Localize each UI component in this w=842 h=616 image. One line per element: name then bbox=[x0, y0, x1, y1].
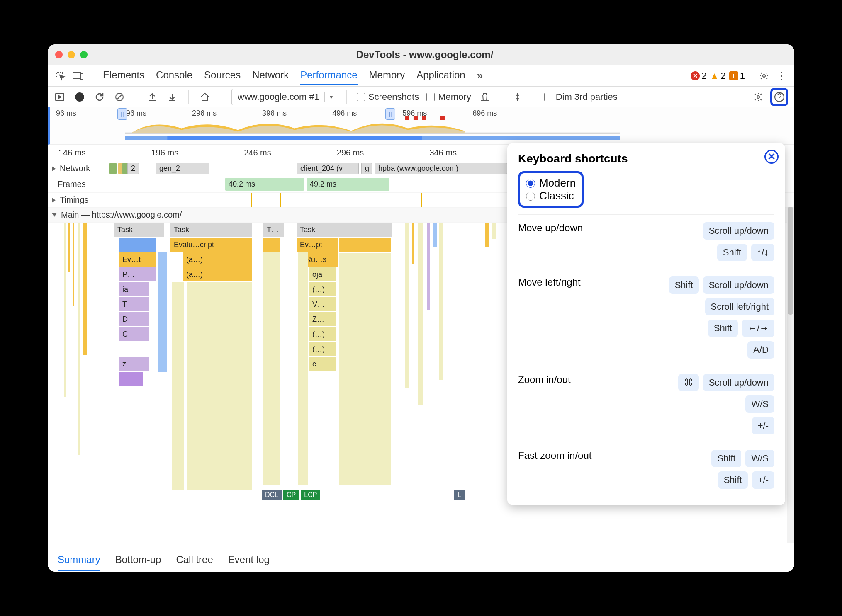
dim-3rd-parties-checkbox[interactable]: Dim 3rd parties bbox=[544, 92, 618, 102]
network-bar[interactable]: 2 bbox=[127, 163, 139, 174]
flame-cell[interactable]: oja bbox=[309, 267, 336, 281]
timings-track-label[interactable]: Timings bbox=[48, 193, 106, 207]
flame-cell[interactable]: (…) bbox=[309, 342, 336, 356]
inspect-icon[interactable] bbox=[54, 69, 68, 83]
flame-cell[interactable]: T… bbox=[263, 223, 284, 237]
tab-application[interactable]: Application bbox=[416, 69, 465, 82]
memory-checkbox[interactable]: Memory bbox=[426, 92, 471, 102]
flame-cell[interactable] bbox=[158, 252, 167, 372]
error-count[interactable]: ✕2 bbox=[691, 70, 706, 81]
flame-cell[interactable] bbox=[263, 252, 280, 485]
radio-modern[interactable]: Modern bbox=[526, 177, 576, 189]
help-icon[interactable] bbox=[773, 91, 786, 103]
panel-settings-icon[interactable] bbox=[752, 91, 764, 103]
frame-bar[interactable]: 49.2 ms bbox=[307, 178, 389, 191]
flame-cell[interactable]: ia bbox=[119, 282, 149, 296]
screenshots-checkbox[interactable]: Screenshots bbox=[357, 92, 419, 102]
radio-classic-label: Classic bbox=[539, 189, 574, 202]
network-bar[interactable]: g bbox=[361, 163, 372, 174]
flame-cell[interactable]: z bbox=[119, 357, 149, 371]
collapse-icon[interactable] bbox=[511, 91, 524, 103]
key-chip: Shift bbox=[669, 276, 699, 294]
close-icon[interactable]: ✕ bbox=[764, 150, 779, 164]
btab-summary[interactable]: Summary bbox=[58, 554, 100, 565]
window-title: DevTools - www.google.com/ bbox=[88, 49, 762, 61]
gc-icon[interactable] bbox=[479, 91, 491, 103]
shortcut-keys: Scroll up/downShift↑/↓ bbox=[703, 222, 774, 261]
flame-cell[interactable] bbox=[263, 238, 280, 252]
key-chip: Shift bbox=[718, 471, 748, 489]
flame-cell[interactable]: c bbox=[309, 357, 336, 371]
flame-cell[interactable]: C bbox=[119, 327, 149, 341]
network-bar[interactable]: hpba (www.google.com) bbox=[375, 163, 507, 174]
timeline-overview[interactable]: 96 ms 196 ms 296 ms 396 ms 496 ms 596 ms… bbox=[48, 107, 794, 145]
tab-network[interactable]: Network bbox=[252, 69, 289, 82]
flame-cell[interactable]: V… bbox=[309, 297, 336, 311]
network-track-label[interactable]: Network bbox=[48, 161, 106, 176]
load-marker[interactable]: L bbox=[454, 490, 465, 500]
flame-cell[interactable]: Ev…t bbox=[119, 252, 156, 267]
btab-bottomup[interactable]: Bottom-up bbox=[115, 554, 161, 565]
record-button[interactable] bbox=[73, 91, 86, 103]
clear-icon[interactable] bbox=[113, 91, 126, 103]
flame-cell[interactable]: T bbox=[119, 297, 149, 311]
flame-cell[interactable] bbox=[119, 372, 143, 386]
download-icon[interactable] bbox=[166, 91, 178, 103]
home-icon[interactable] bbox=[199, 91, 211, 103]
settings-icon[interactable] bbox=[757, 69, 771, 83]
ruler-tick: 196 ms bbox=[151, 148, 179, 158]
frames-track-label[interactable]: Frames bbox=[48, 176, 106, 192]
issue-count[interactable]: !1 bbox=[729, 70, 745, 81]
tab-performance[interactable]: Performance bbox=[300, 69, 357, 85]
key-chip: +/- bbox=[752, 417, 774, 434]
frames-label-text: Frames bbox=[58, 179, 86, 189]
ruler-tick: 146 ms bbox=[58, 148, 86, 158]
btab-calltree[interactable]: Call tree bbox=[176, 554, 213, 565]
toggle-drawer-icon[interactable] bbox=[54, 91, 66, 103]
flame-cell[interactable]: D bbox=[119, 312, 149, 326]
shortcut-keys: ShiftW/SShift+/- bbox=[711, 450, 774, 489]
tab-elements[interactable]: Elements bbox=[103, 69, 144, 82]
close-icon[interactable] bbox=[55, 51, 63, 58]
upload-icon[interactable] bbox=[146, 91, 158, 103]
frame-bar[interactable]: 40.2 ms bbox=[225, 178, 304, 191]
flame-cell[interactable]: Z… bbox=[309, 312, 336, 326]
device-toolbar-icon[interactable] bbox=[71, 69, 85, 83]
flame-cell[interactable] bbox=[339, 253, 391, 485]
recording-select[interactable]: www.google.com #1 bbox=[231, 89, 336, 105]
radio-classic[interactable]: Classic bbox=[526, 189, 576, 202]
network-bar[interactable]: client_204 (v bbox=[297, 163, 359, 174]
kebab-menu-icon[interactable]: ⋮ bbox=[774, 69, 788, 83]
warning-count[interactable]: ▲2 bbox=[710, 70, 726, 81]
maximize-icon[interactable] bbox=[80, 51, 88, 58]
keyboard-shortcuts-popover: Keyboard shortcuts ✕ Modern Classic Move… bbox=[507, 143, 785, 505]
flame-cell[interactable]: (…) bbox=[309, 282, 336, 296]
dcl-marker[interactable]: DCL bbox=[262, 490, 282, 500]
network-bar[interactable]: gen_2 bbox=[156, 163, 209, 174]
lcp-marker[interactable]: LCP bbox=[301, 490, 320, 500]
vertical-scrollbar[interactable] bbox=[787, 207, 794, 543]
reload-icon[interactable] bbox=[93, 91, 106, 103]
flame-sliver bbox=[73, 223, 74, 306]
svg-rect-8 bbox=[125, 133, 620, 134]
ruler-tick: 296 ms bbox=[337, 148, 364, 158]
timeline-markers: DCL CP LCP bbox=[262, 490, 320, 500]
flame-cell[interactable] bbox=[298, 252, 308, 485]
flame-cell[interactable] bbox=[339, 238, 391, 252]
network-bar[interactable] bbox=[109, 163, 117, 174]
cp-marker[interactable]: CP bbox=[283, 490, 299, 500]
overview-flamechart bbox=[125, 116, 620, 142]
flame-cell[interactable] bbox=[187, 282, 252, 490]
flame-cell[interactable]: (…) bbox=[309, 327, 336, 341]
shortcut-label: Move left/right bbox=[518, 276, 581, 288]
tab-console[interactable]: Console bbox=[156, 69, 192, 82]
tab-sources[interactable]: Sources bbox=[204, 69, 241, 82]
flame-cell[interactable]: P… bbox=[119, 267, 156, 281]
flame-cell[interactable] bbox=[172, 282, 184, 490]
tab-memory[interactable]: Memory bbox=[369, 69, 405, 82]
scrollbar-thumb[interactable] bbox=[788, 207, 793, 315]
more-tabs-icon[interactable]: » bbox=[477, 69, 483, 82]
minimize-icon[interactable] bbox=[68, 51, 75, 58]
btab-eventlog[interactable]: Event log bbox=[228, 554, 270, 565]
flame-sliver bbox=[83, 223, 87, 355]
